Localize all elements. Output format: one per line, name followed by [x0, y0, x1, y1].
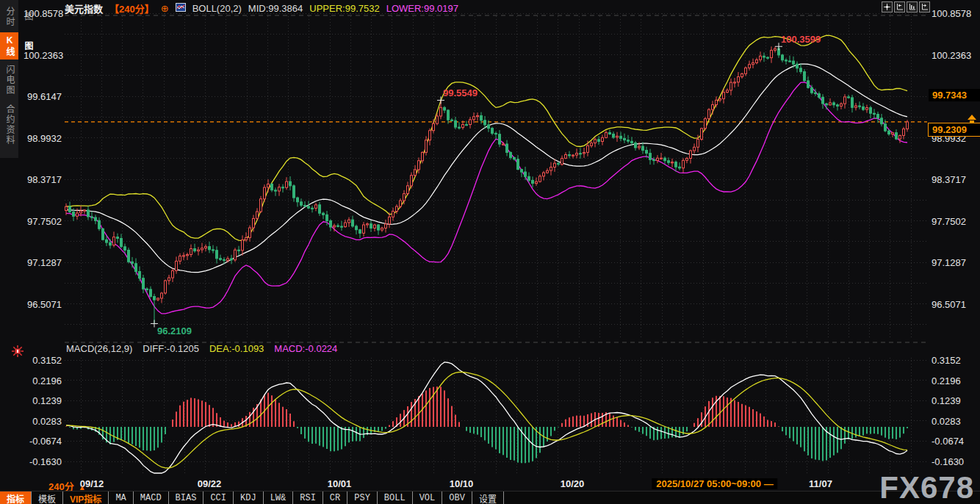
toolbar-item-KDJ[interactable]: KDJ	[234, 492, 264, 504]
toolbar-item-指标[interactable]: 指标	[0, 492, 32, 504]
macd-tick-right: 0.2196	[932, 375, 970, 386]
axis-pan-right-icon[interactable]	[919, 1, 930, 12]
sidebar-item-2[interactable]: K线图	[0, 32, 18, 60]
toolbar-item-PSY[interactable]: PSY	[347, 492, 378, 504]
indicator-marker-icon[interactable]	[11, 345, 24, 358]
toolbar-item-模板[interactable]: 模板	[32, 492, 63, 504]
boll-indicator-label: BOLL(20,2)	[192, 3, 242, 14]
macd-macd-value: MACD:-0.0224	[274, 343, 337, 354]
toolbar-item-设置[interactable]: 设置	[472, 492, 504, 504]
toolbar-item-BIAS[interactable]: BIAS	[169, 492, 204, 504]
swing-low-label: 96.2109	[157, 325, 192, 336]
main-tick-right: 98.3717	[932, 174, 970, 185]
chart-tool-buttons	[882, 1, 930, 12]
boll-upper-value: UPPER:99.7532	[309, 3, 379, 14]
macd-diff-value: DIFF:-0.1205	[143, 343, 199, 354]
trading-app-window: 分时图K线图闪电图合约资料 美元指数 【240分】 ⊕ BOLL(20,2) M…	[0, 0, 980, 504]
macd-dea-value: DEA:-0.1093	[209, 343, 264, 354]
x-label: 09/22	[198, 478, 222, 489]
toolbar-item-VIP指标[interactable]: VIP指标	[63, 492, 109, 504]
main-tick-left: 97.1287	[24, 257, 62, 268]
toolbar-item-CCI[interactable]: CCI	[203, 492, 234, 504]
sidebar: 分时图K线图闪电图合约资料	[0, 0, 18, 158]
sidebar-item-4[interactable]: 合约资料	[0, 101, 18, 149]
macd-tick-right: 0.0283	[932, 416, 970, 427]
macd-tick-left: 0.3152	[24, 355, 62, 366]
toolbar-item-OBV[interactable]: OBV	[442, 492, 472, 504]
macd-tick-left: 0.2196	[24, 375, 62, 386]
main-tick-left: 100.2363	[24, 50, 62, 61]
bottom-toolbar: 指标模板VIP指标MAMACDBIASCCIKDJLW&RSICRPSYBOLL…	[0, 491, 980, 504]
main-tick-right: 96.5071	[932, 299, 970, 310]
chart-header: 美元指数 【240分】 ⊕ BOLL(20,2) MID:99.3864 UPP…	[65, 2, 458, 14]
main-tick-right: 100.8578	[932, 8, 970, 19]
macd-tick-left: -0.1630	[24, 456, 62, 467]
sidebar-item-1[interactable]: 分时图	[0, 2, 18, 31]
toolbar-item-CR[interactable]: CR	[323, 492, 347, 504]
current-price-tag: 99.2309	[928, 123, 980, 137]
circle-plus-icon[interactable]: ⊕	[161, 3, 169, 14]
boll-mid-value: MID:99.3864	[248, 3, 303, 14]
toolbar-item-MACD[interactable]: MACD	[134, 492, 169, 504]
macd-tick-right: 0.1239	[932, 395, 970, 406]
swing-high-label: 99.5549	[443, 87, 478, 98]
period-label[interactable]: 【240分】	[109, 1, 154, 15]
chart-canvas[interactable]	[0, 0, 980, 504]
x-label: 10/10	[450, 478, 474, 489]
macd-tick-left: -0.0674	[24, 436, 62, 447]
axis-pan-left-icon[interactable]	[894, 1, 905, 12]
toolbar-item-VOL[interactable]: VOL	[413, 492, 443, 504]
band-price-tag: 99.7343	[929, 89, 980, 101]
main-tick-left: 100.8578	[24, 8, 62, 19]
macd-header: MACD(26,12,9) DIFF:-0.1205 DEA:-0.1093 M…	[66, 343, 337, 354]
x-label: 10/20	[561, 478, 585, 489]
move-cross-icon[interactable]	[882, 1, 893, 12]
toolbar-item-MA[interactable]: MA	[109, 492, 133, 504]
toolbar-item-RSI[interactable]: RSI	[293, 492, 323, 504]
instrument-title: 美元指数	[65, 1, 103, 15]
x-label: 11/07	[809, 478, 832, 489]
x-label-highlighted: 2025/10/27 05:00~09:00 —	[652, 478, 777, 489]
main-tick-right: 100.2363	[932, 50, 970, 61]
peak-high-label: 100.3599	[781, 34, 821, 45]
toolbar-item-LW&[interactable]: LW&	[264, 492, 294, 504]
macd-name: MACD(26,12,9)	[66, 343, 132, 354]
sidebar-item-3[interactable]: 闪电图	[0, 62, 18, 97]
macd-tick-right: -0.0674	[932, 436, 970, 447]
macd-tick-left: 0.0283	[24, 416, 62, 427]
toolbar-item-BOLL[interactable]: BOLL	[378, 492, 413, 504]
macd-tick-right: -0.1630	[932, 456, 970, 467]
main-tick-right: 97.7502	[932, 216, 970, 227]
axis-bars-icon[interactable]	[907, 1, 918, 12]
main-tick-left: 98.3717	[24, 174, 62, 185]
watermark-logo: FX678	[879, 473, 974, 503]
main-tick-left: 99.6147	[24, 91, 62, 102]
mini-chart-icon[interactable]	[176, 3, 186, 14]
macd-tick-left: 0.1239	[24, 395, 62, 406]
boll-lower-value: LOWER:99.0197	[386, 3, 458, 14]
main-tick-left: 96.5071	[24, 299, 62, 310]
main-tick-right: 97.1287	[932, 257, 970, 268]
x-axis: 09/1209/2210/0110/1010/202025/10/27 05:0…	[0, 478, 980, 491]
x-label: 10/01	[328, 478, 352, 489]
main-tick-left: 97.7502	[24, 216, 62, 227]
main-tick-left: 98.9932	[24, 133, 62, 144]
macd-tick-right: 0.3152	[932, 355, 970, 366]
